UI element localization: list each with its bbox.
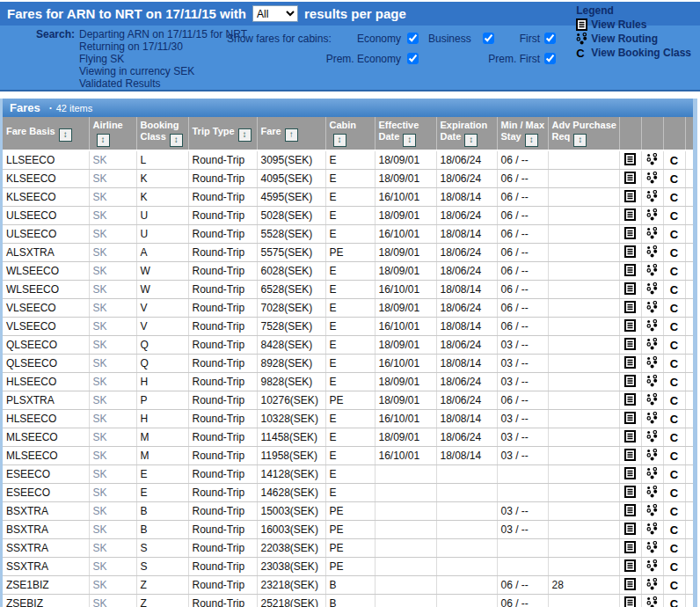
economy-checkbox[interactable] [407,33,419,44]
view-booking-class-button[interactable]: C [663,207,685,225]
view-rules-button[interactable] [619,244,641,262]
view-rules-button[interactable] [619,225,641,244]
prem-economy-checkbox[interactable] [407,53,419,64]
sort-updown-icon[interactable]: ↕ [238,128,252,142]
sort-updown-icon[interactable]: ↕ [525,134,538,147]
view-rules-button[interactable] [619,410,641,428]
view-rules-button[interactable] [619,336,641,355]
airline-link[interactable]: SK [89,465,136,484]
view-booking-class-button[interactable]: C [663,225,685,244]
view-routing-button[interactable] [641,244,663,262]
view-routing-button[interactable] [641,502,663,521]
sort-updown-icon[interactable]: ↕ [573,134,587,147]
airline-link[interactable]: SK [89,188,136,207]
view-routing-button[interactable] [641,355,663,373]
airline-link[interactable]: SK [89,207,136,225]
view-routing-button[interactable] [641,281,663,299]
view-routing-button[interactable] [641,150,663,170]
view-routing-button[interactable] [641,428,663,447]
airline-link[interactable]: SK [89,373,136,391]
view-routing-button[interactable] [641,447,663,465]
airline-link[interactable]: SK [89,502,136,521]
view-routing-button[interactable] [641,576,663,595]
view-rules-button[interactable] [619,373,641,391]
sort-updown-icon[interactable]: ↕ [170,134,183,147]
airline-link[interactable]: SK [89,576,136,595]
view-booking-class-button[interactable]: C [663,484,685,502]
airline-link[interactable]: SK [89,391,136,410]
sort-updown-icon[interactable]: ↕ [403,134,416,147]
view-rules-button[interactable] [619,558,641,576]
view-routing-button[interactable] [641,558,663,576]
view-routing-button[interactable] [641,465,663,484]
sort-updown-icon[interactable]: ↕ [333,134,346,147]
view-routing-button[interactable] [641,170,663,188]
view-rules-button[interactable] [619,170,641,188]
view-rules-button[interactable] [619,465,641,484]
view-rules-button[interactable] [619,281,641,299]
view-routing-button[interactable] [641,299,663,318]
airline-link[interactable]: SK [89,336,136,355]
airline-link[interactable]: SK [89,428,136,447]
view-rules-button[interactable] [619,318,641,336]
view-rules-button[interactable] [619,447,641,465]
view-rules-button[interactable] [619,484,641,502]
view-booking-class-button[interactable]: C [663,595,685,607]
view-booking-class-button[interactable]: C [663,428,685,447]
airline-link[interactable]: SK [89,318,136,336]
view-rules-button[interactable] [619,539,641,558]
view-booking-class-button[interactable]: C [663,447,685,465]
view-rules-button[interactable] [619,502,641,521]
airline-link[interactable]: SK [89,595,136,607]
prem-first-checkbox[interactable] [544,53,556,64]
view-booking-class-button[interactable]: C [663,502,685,521]
airline-link[interactable]: SK [89,521,136,539]
view-booking-class-button[interactable]: C [663,539,685,558]
view-booking-class-button[interactable]: C [663,150,685,170]
view-routing-button[interactable] [641,595,663,607]
view-rules-button[interactable] [619,391,641,410]
sort-updown-icon[interactable]: ↕ [59,128,72,142]
view-rules-button[interactable] [619,207,641,225]
first-checkbox[interactable] [544,33,556,44]
view-booking-class-button[interactable]: C [663,558,685,576]
view-routing-button[interactable] [641,410,663,428]
airline-link[interactable]: SK [89,558,136,576]
airline-link[interactable]: SK [89,225,136,244]
airline-link[interactable]: SK [89,150,136,170]
view-booking-class-button[interactable]: C [663,391,685,410]
view-routing-button[interactable] [641,318,663,336]
airline-link[interactable]: SK [89,244,136,262]
airline-link[interactable]: SK [89,299,136,318]
view-booking-class-button[interactable]: C [663,521,685,539]
view-rules-button[interactable] [619,355,641,373]
view-routing-button[interactable] [641,262,663,281]
view-routing-button[interactable] [641,484,663,502]
view-booking-class-button[interactable]: C [663,170,685,188]
view-routing-button[interactable] [641,225,663,244]
view-routing-button[interactable] [641,188,663,207]
airline-link[interactable]: SK [89,281,136,299]
results-per-page-select[interactable]: All [252,5,298,22]
sort-up-icon[interactable]: ↑ [285,128,298,142]
airline-link[interactable]: SK [89,410,136,428]
airline-link[interactable]: SK [89,484,136,502]
view-routing-button[interactable] [641,207,663,225]
view-rules-button[interactable] [619,299,641,318]
view-booking-class-button[interactable]: C [663,465,685,484]
view-booking-class-button[interactable]: C [663,373,685,391]
sort-updown-icon[interactable]: ↕ [97,134,110,147]
view-booking-class-button[interactable]: C [663,318,685,336]
view-booking-class-button[interactable]: C [663,244,685,262]
view-booking-class-button[interactable]: C [663,262,685,281]
view-rules-button[interactable] [619,262,641,281]
view-routing-button[interactable] [641,391,663,410]
view-rules-button[interactable] [619,595,641,607]
airline-link[interactable]: SK [89,447,136,465]
view-routing-button[interactable] [641,336,663,355]
view-booking-class-button[interactable]: C [663,355,685,373]
view-rules-button[interactable] [619,576,641,595]
view-routing-button[interactable] [641,539,663,558]
airline-link[interactable]: SK [89,170,136,188]
view-rules-button[interactable] [619,521,641,539]
